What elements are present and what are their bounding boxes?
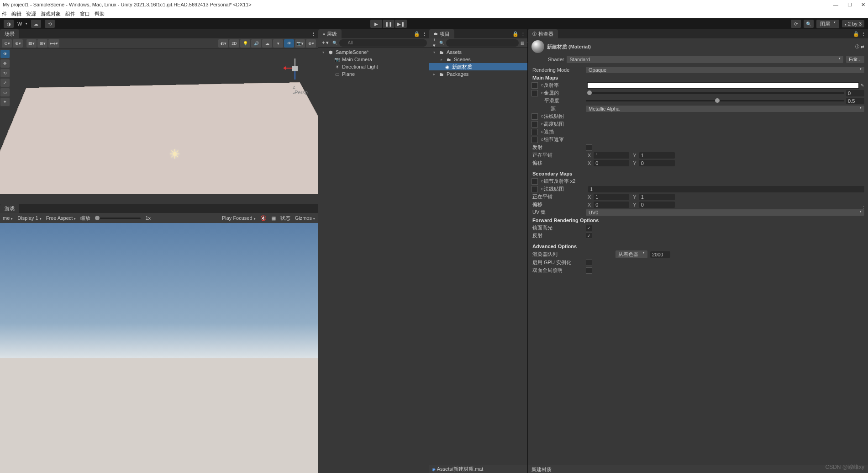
mode-2d-button[interactable]: 2D: [229, 39, 239, 48]
emission-checkbox[interactable]: [586, 144, 592, 151]
project-material-row[interactable]: ◉新建材质: [429, 63, 527, 70]
height-texture-slot[interactable]: [531, 121, 538, 128]
color-picker-icon[interactable]: ✎: [861, 83, 864, 88]
metallic-texture-slot[interactable]: [531, 90, 538, 96]
lock-icon[interactable]: 🔒: [853, 31, 859, 37]
fx-icon[interactable]: ☁: [262, 39, 272, 48]
filter-icon[interactable]: ▤: [521, 41, 525, 45]
tiling2-x-input[interactable]: 1: [594, 194, 629, 200]
gizmos-dropdown[interactable]: Gizmos ▾: [295, 215, 315, 221]
layers-dropdown[interactable]: 图层 ▾: [816, 20, 839, 28]
metallic-slider[interactable]: 0: [587, 90, 864, 96]
albedo-texture-slot[interactable]: [531, 82, 538, 89]
account-icon[interactable]: ◑: [4, 20, 14, 28]
project-search-input[interactable]: [446, 39, 519, 47]
step-button[interactable]: ▶❚: [395, 20, 407, 28]
play-focused-dropdown[interactable]: Play Focused ▾: [222, 215, 256, 221]
menu-gameobject[interactable]: 游戏对象: [41, 11, 61, 17]
lock-icon[interactable]: 🔒: [512, 31, 519, 37]
cloud-icon[interactable]: ☁: [31, 20, 41, 28]
offset2-x-input[interactable]: 0: [594, 202, 629, 208]
help-icon[interactable]: ⓘ ⇄: [855, 44, 864, 50]
tool-global-icon[interactable]: ⊕▾: [13, 39, 23, 48]
menu-edit[interactable]: 编辑: [11, 11, 21, 17]
project-packages-row[interactable]: ▸🖿Packages: [429, 70, 527, 78]
game-view[interactable]: [0, 223, 318, 473]
orientation-gizmo[interactable]: [281, 58, 309, 85]
hierarchy-scene-row[interactable]: ▾⬢SampleScene*⋮: [318, 48, 429, 56]
edit-shader-button[interactable]: Edit...: [846, 56, 864, 63]
create-asset-dropdown[interactable]: + ▾: [431, 37, 437, 48]
hierarchy-item-plane[interactable]: ▭Plane: [318, 70, 429, 78]
aspect-dropdown[interactable]: Free Aspect ▾: [46, 215, 76, 221]
snap-inc-icon[interactable]: ⟷▾: [48, 39, 59, 48]
tiling-x-input[interactable]: 1: [594, 152, 629, 159]
reflections-checkbox[interactable]: ✓: [586, 233, 592, 239]
grid-icon[interactable]: ▦▾: [26, 39, 37, 48]
tool-transform-icon[interactable]: ✦: [0, 98, 10, 106]
hierarchy-item-light[interactable]: ☀Directional Light: [318, 63, 429, 70]
tool-scale-icon[interactable]: ⤢: [0, 79, 10, 87]
tab-project[interactable]: 🖿 项目: [429, 29, 454, 38]
tiling-y-input[interactable]: 1: [639, 152, 675, 159]
tab-scene[interactable]: 场景: [0, 29, 19, 38]
tool-view-icon[interactable]: 👁: [0, 50, 10, 58]
lock-icon[interactable]: 🔒: [414, 31, 420, 37]
occlusion-texture-slot[interactable]: [531, 129, 538, 135]
offset-x-input[interactable]: 0: [594, 160, 629, 166]
source-dropdown[interactable]: Metallic Alpha▾: [586, 106, 864, 112]
scale-slider[interactable]: [95, 218, 141, 219]
queue-dropdown[interactable]: 从着色器▾: [615, 250, 647, 258]
menu-assets[interactable]: 资源: [26, 11, 36, 17]
specular-checkbox[interactable]: ✓: [586, 225, 592, 231]
rendering-mode-dropdown[interactable]: Opaque▾: [586, 67, 864, 73]
smoothness-slider[interactable]: 0.5: [586, 98, 864, 104]
project-scenes-row[interactable]: ▸🖿Scenes: [429, 56, 527, 63]
pause-button[interactable]: ❚❚: [383, 20, 395, 28]
tab-menu-icon[interactable]: ⋮: [311, 31, 316, 37]
state-label[interactable]: 状态: [280, 215, 290, 222]
tab-menu-icon[interactable]: ⋮: [422, 31, 427, 37]
shaded-dropdown[interactable]: ◐▾: [218, 39, 228, 48]
project-assets-row[interactable]: ▾🖿Assets: [429, 48, 527, 56]
layout-dropdown[interactable]: ▾ 2 by 3: [842, 20, 864, 27]
display-dropdown[interactable]: Display 1 ▾: [17, 215, 41, 221]
tab-hierarchy[interactable]: ≡ 层级: [318, 29, 342, 38]
gizmos-dropdown[interactable]: ⊕▾: [306, 39, 316, 48]
normal-texture-slot[interactable]: [531, 113, 538, 120]
albedo-color[interactable]: [587, 82, 859, 89]
camera-icon[interactable]: 📷▾: [295, 39, 305, 48]
minimize-icon[interactable]: —: [833, 2, 838, 8]
game-display-dd[interactable]: me ▾: [3, 215, 13, 221]
tab-inspector[interactable]: ⓘ 检查器: [528, 29, 558, 38]
stats-icon[interactable]: ▦: [271, 215, 276, 221]
double-gi-checkbox[interactable]: [586, 267, 592, 274]
create-dropdown[interactable]: + ▾: [320, 40, 331, 46]
history-icon[interactable]: ⟳: [791, 20, 801, 28]
shader-dropdown[interactable]: Standard▾: [567, 56, 843, 63]
hierarchy-item-camera[interactable]: 📷Main Camera: [318, 56, 429, 63]
scene-menu-icon[interactable]: ⋮: [422, 50, 426, 54]
tool-rotate-icon[interactable]: ⟲: [0, 69, 10, 77]
tiling2-y-input[interactable]: 1: [639, 194, 675, 200]
menu-component[interactable]: 组件: [65, 11, 75, 17]
tab-menu-icon[interactable]: ⋮: [521, 31, 526, 37]
queue-value-input[interactable]: 2000: [650, 251, 670, 258]
undo-icon[interactable]: ⟲: [45, 20, 55, 28]
maximize-icon[interactable]: ☐: [847, 2, 852, 8]
hierarchy-search-input[interactable]: [339, 39, 427, 47]
visible-icon[interactable]: 👁: [284, 39, 294, 48]
scene-view[interactable]: 👁 ✥ ⟲ ⤢ ▭ ✦ ☀ z◂Persp: [0, 48, 318, 204]
tab-menu-icon[interactable]: ⋮: [861, 206, 866, 212]
detail-albedo-slot[interactable]: [531, 178, 538, 185]
tab-game[interactable]: 游戏: [0, 204, 19, 213]
gpu-instancing-checkbox[interactable]: [586, 260, 592, 266]
light-icon[interactable]: 💡: [240, 39, 250, 48]
audio-icon[interactable]: 🔊: [251, 39, 261, 48]
tab-menu-icon[interactable]: ⋮: [861, 31, 866, 37]
detail-normal-slot[interactable]: [531, 186, 538, 192]
snap-icon[interactable]: ⊞▾: [37, 39, 47, 48]
detail-normal-input[interactable]: 1: [588, 186, 864, 192]
uvset-dropdown[interactable]: UV0▾: [586, 209, 864, 216]
tool-center-icon[interactable]: ⊙▾: [2, 39, 12, 48]
